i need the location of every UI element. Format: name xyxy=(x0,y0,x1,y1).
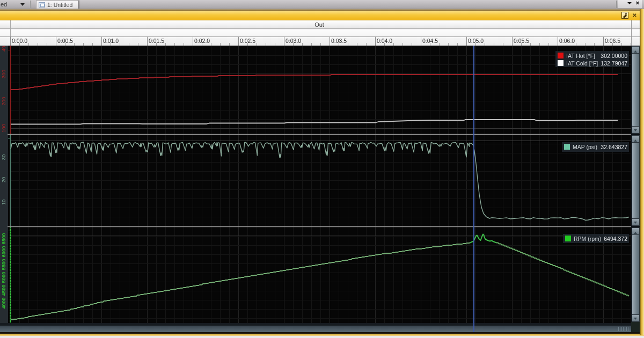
svg-text:IAT Hot [°F]: IAT Hot [°F] xyxy=(566,53,595,59)
svg-text:30: 30 xyxy=(1,155,6,160)
svg-text:RPM (rpm): RPM (rpm) xyxy=(574,236,601,242)
svg-text:400: 400 xyxy=(1,46,6,52)
svg-text:6500: 6500 xyxy=(1,233,6,244)
svg-text:32.643827: 32.643827 xyxy=(601,144,627,150)
svg-text:20: 20 xyxy=(1,177,6,183)
svg-text:132.79047: 132.79047 xyxy=(601,60,627,67)
svg-text:4500: 4500 xyxy=(1,284,6,296)
svg-text:6494.372: 6494.372 xyxy=(604,236,627,242)
svg-text:200: 200 xyxy=(1,97,6,106)
svg-text:100: 100 xyxy=(1,124,6,133)
svg-text:MAP (psi): MAP (psi) xyxy=(573,144,597,150)
svg-text:6000: 6000 xyxy=(1,246,6,257)
svg-text:10: 10 xyxy=(1,200,6,205)
svg-text:300: 300 xyxy=(1,70,6,78)
svg-text:4000: 4000 xyxy=(1,297,6,308)
svg-text:5000: 5000 xyxy=(1,271,6,283)
svg-text:302.00000: 302.00000 xyxy=(601,53,627,59)
svg-text:5500: 5500 xyxy=(1,259,6,270)
svg-text:IAT Cold [°F]: IAT Cold [°F] xyxy=(566,60,598,67)
